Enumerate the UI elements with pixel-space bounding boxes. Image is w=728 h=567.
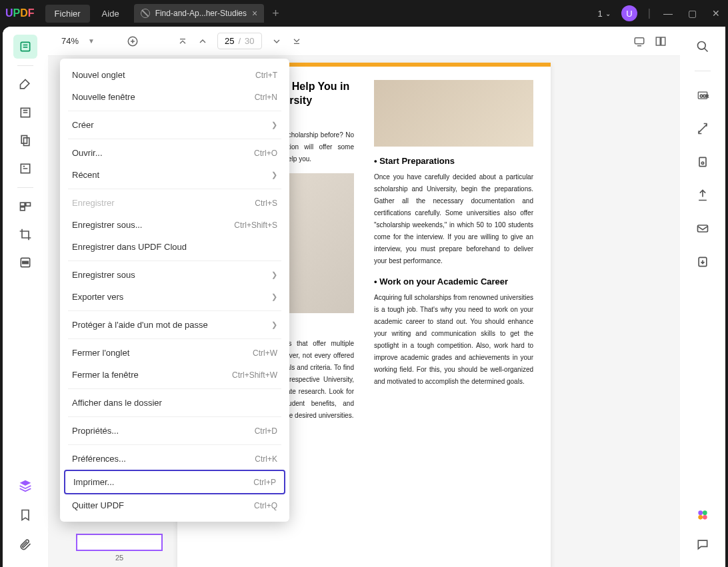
doc-h3: Work on your Academic Career [379, 277, 508, 286]
file-menu-dropdown: Nouvel ongletCtrl+TNouvelle fenêtreCtrl+… [60, 59, 289, 522]
left-toolbar [3, 27, 48, 567]
menu-item[interactable]: Imprimer...Ctrl+P [64, 470, 285, 494]
zoom-in-icon[interactable] [127, 35, 139, 47]
menu-file[interactable]: Fichier [45, 5, 90, 23]
tab-icon [141, 9, 150, 18]
window-count[interactable]: 1 ⌄ [598, 9, 611, 19]
page-tool-icon[interactable] [13, 129, 37, 153]
menu-item[interactable]: Fermer la fenêtreCtrl+Shift+W [60, 364, 289, 386]
svg-rect-4 [21, 136, 27, 144]
organize-icon[interactable] [13, 195, 37, 219]
svg-point-19 [698, 42, 706, 50]
doc-h2: Start Preparations [379, 156, 455, 166]
menu-item[interactable]: EnregistrerCtrl+S [60, 192, 289, 214]
doc-p3: Acquiring full scholarships from renowne… [374, 292, 533, 388]
doc-p2: Once you have carefully decided about a … [374, 171, 533, 267]
protect-icon[interactable] [691, 150, 715, 174]
redact-icon[interactable] [13, 251, 37, 275]
menu-item[interactable]: Fermer l'ongletCtrl+W [60, 342, 289, 364]
menu-item[interactable]: Enregistrer sous...Ctrl+Shift+S [60, 214, 289, 236]
avatar[interactable]: U [621, 5, 637, 21]
edit-text-icon[interactable] [13, 101, 37, 125]
share-icon[interactable] [691, 183, 715, 207]
menu-item[interactable]: Protéger à l'aide d'un mot de passe❯ [60, 314, 289, 336]
menu-item[interactable]: Enregistrer sous❯ [60, 264, 289, 286]
attachment-icon[interactable] [13, 532, 37, 556]
app-logo: UPDF [5, 7, 35, 19]
ocr-icon[interactable]: OCR [691, 83, 715, 107]
svg-rect-9 [21, 207, 25, 211]
close-icon[interactable]: × [252, 8, 257, 19]
page-input[interactable]: 25/30 [217, 33, 262, 49]
titlebar: UPDF Fichier Aide Find-and-Ap...her-Stud… [0, 0, 728, 27]
svg-rect-17 [656, 37, 660, 45]
main-area: 74% ▼ 25/30 Practical Tips to Help You i… [3, 27, 725, 567]
menu-bar: Fichier Aide [45, 5, 129, 23]
svg-rect-5 [24, 138, 29, 146]
svg-rect-8 [26, 203, 31, 206]
menu-item[interactable]: Afficher dans le dossier [60, 392, 289, 414]
svg-point-28 [703, 510, 707, 515]
last-page-icon[interactable] [291, 36, 302, 47]
document-tab[interactable]: Find-and-Ap...her-Studies × [134, 4, 265, 23]
svg-line-20 [705, 49, 708, 52]
svg-text:OCR: OCR [700, 94, 709, 98]
thumbnail[interactable]: 25 [76, 534, 163, 562]
svg-rect-11 [23, 261, 28, 263]
svg-point-29 [698, 515, 703, 520]
right-toolbar: OCR [680, 27, 725, 567]
svg-rect-7 [21, 203, 25, 206]
ai-icon[interactable] [691, 503, 715, 527]
menu-item[interactable]: Exporter vers❯ [60, 286, 289, 308]
new-tab-button[interactable]: + [272, 7, 279, 21]
reader-mode-icon[interactable] [13, 35, 37, 59]
bookmark-icon[interactable] [13, 503, 37, 527]
doc-image-desk [374, 80, 533, 147]
menu-item[interactable]: Propriétés...Ctrl+D [60, 420, 289, 442]
svg-point-27 [698, 510, 703, 515]
layers-icon[interactable] [13, 474, 37, 498]
comment-icon[interactable] [691, 532, 715, 556]
zoom-dropdown-icon[interactable]: ▼ [88, 37, 95, 45]
menu-item[interactable]: Nouvelle fenêtreCtrl+N [60, 86, 289, 108]
menu-item[interactable]: Créer❯ [60, 114, 289, 136]
prev-page-icon[interactable] [197, 36, 208, 47]
window-controls: 1 ⌄ U | — ▢ ✕ [598, 5, 723, 21]
first-page-icon[interactable] [177, 36, 188, 47]
top-toolbar: 74% ▼ 25/30 [48, 27, 680, 56]
svg-point-30 [703, 515, 707, 520]
email-icon[interactable] [691, 217, 715, 241]
svg-point-24 [701, 162, 703, 164]
menu-item[interactable]: Récent❯ [60, 164, 289, 186]
highlight-icon[interactable] [13, 73, 37, 97]
menu-item[interactable]: Enregistrer dans UPDF Cloud [60, 236, 289, 258]
tab-title: Find-and-Ap...her-Studies [155, 9, 247, 18]
menu-item[interactable]: Quitter UPDFCtrl+Q [60, 494, 289, 516]
menu-item[interactable]: Préférences...Ctrl+K [60, 448, 289, 470]
menu-help[interactable]: Aide [93, 5, 129, 23]
convert-icon[interactable] [691, 117, 715, 141]
svg-rect-25 [698, 225, 708, 232]
menu-item[interactable]: Ouvrir...Ctrl+O [60, 142, 289, 164]
menu-item[interactable]: Nouvel ongletCtrl+T [60, 64, 289, 86]
zoom-level[interactable]: 74% [61, 36, 79, 46]
view-mode-icon[interactable] [655, 35, 667, 47]
svg-rect-15 [635, 37, 644, 43]
form-icon[interactable] [13, 157, 37, 181]
minimize-button[interactable]: — [661, 8, 675, 19]
svg-rect-18 [661, 37, 665, 45]
close-button[interactable]: ✕ [709, 8, 723, 19]
maximize-button[interactable]: ▢ [685, 8, 699, 19]
search-icon[interactable] [691, 35, 715, 59]
save-icon[interactable] [691, 250, 715, 274]
crop-icon[interactable] [13, 223, 37, 247]
presentation-icon[interactable] [633, 35, 645, 47]
next-page-icon[interactable] [271, 36, 282, 47]
